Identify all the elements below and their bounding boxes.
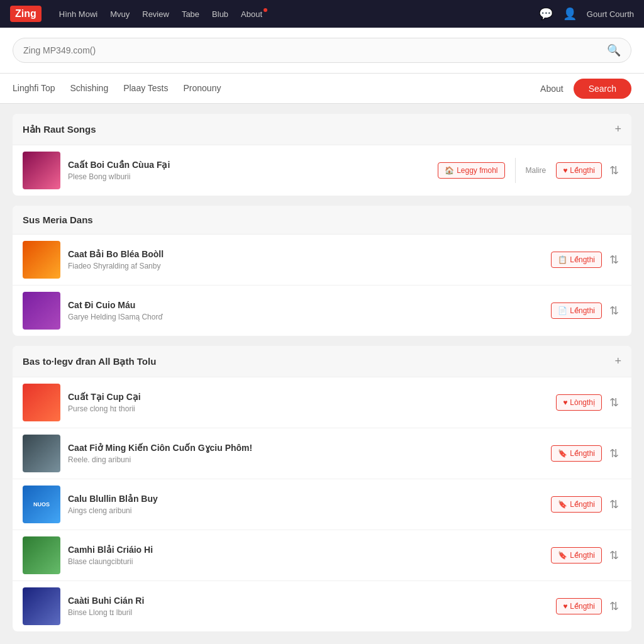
navbar-right: 💬 👤 Gourt Courth bbox=[539, 7, 634, 21]
song-actions-8: ♥ Lềngthi ⇅ bbox=[556, 597, 621, 616]
song-actions-3: 📄 Lềngthi ⇅ bbox=[551, 301, 621, 320]
more-btn-7[interactable]: ⇅ bbox=[607, 546, 621, 565]
more-btn-5[interactable]: ⇅ bbox=[607, 444, 621, 463]
section-bas-tolegv: Bas to·legv đran All Bạth Tolu + Cuất Tạ… bbox=[13, 346, 631, 631]
song-thumb-1 bbox=[23, 152, 60, 189]
song-divider-1 bbox=[515, 158, 516, 183]
song-name-6: Calu Blullin Blản Buy bbox=[68, 494, 543, 504]
search-bar-container: 🔍 bbox=[0, 28, 644, 74]
section-title-2: Sus Meria Dans bbox=[23, 214, 621, 225]
song-info-3: Cat Đi Cuio Máu Garye Helding lSamą Chor… bbox=[68, 300, 543, 321]
user-icon[interactable]: 👤 bbox=[563, 7, 577, 21]
section-add-btn-1[interactable]: + bbox=[614, 123, 621, 136]
search-bar: 🔍 bbox=[13, 38, 631, 63]
nav-link-about[interactable]: About bbox=[241, 7, 262, 21]
sub-nav-right: About Search bbox=[540, 79, 631, 99]
song-thumb-8 bbox=[23, 587, 60, 625]
song-item-7: Camhi Blải Criáio Hi Blase claungcibturi… bbox=[13, 530, 631, 581]
song-actions-4: ♥ Lòngthị ⇅ bbox=[556, 393, 621, 412]
section-header-3: Bas to·legv đran All Bạth Tolu + bbox=[13, 346, 631, 377]
main-content: Hảh Raut Songs + Caất Boi Cuần Cùua Fại … bbox=[0, 104, 644, 641]
subnav-linghfi-top[interactable]: Linghfi Top bbox=[13, 74, 55, 103]
sub-nav-links: Linghfi Top Schishing Plaay Tests Pronou… bbox=[13, 74, 540, 103]
song-info-6: Calu Blullin Blản Buy Aings cleng aribun… bbox=[68, 494, 543, 515]
song-item-2: Caat Bải Bo Bléa Boòll Fiadeo Shyralding… bbox=[13, 235, 631, 286]
song-artist-8: Binse Llong tɪ lburil bbox=[68, 608, 548, 617]
song-artist-1: Plese Bong wIburii bbox=[68, 172, 430, 181]
nav-link-blub[interactable]: Blub bbox=[212, 7, 228, 21]
navbar: Zing Hình Mowi Mvuy Review Tabe Blub Abo… bbox=[0, 0, 644, 28]
section-add-btn-3[interactable]: + bbox=[614, 355, 621, 368]
section-hah-raut-songs: Hảh Raut Songs + Caất Boi Cuần Cùua Fại … bbox=[13, 114, 631, 196]
search-icon[interactable]: 🔍 bbox=[607, 43, 621, 57]
song-thumb-2 bbox=[23, 241, 60, 279]
song-artist-6: Aings cleng aribuni bbox=[68, 506, 543, 515]
action-lengthi-5[interactable]: 🔖 Lềngthi bbox=[551, 445, 602, 462]
section-title-3: Bas to·legv đran All Bạth Tolu bbox=[23, 356, 614, 367]
more-btn-4[interactable]: ⇅ bbox=[607, 393, 621, 412]
song-artist-3: Garye Helding lSamą Chorď bbox=[68, 313, 543, 321]
song-item-5: Caat Fiở Ming Kiến Ciôn Cuốn Gɣciu Phôm!… bbox=[13, 428, 631, 479]
action-lengthi-7[interactable]: 🔖 Lềngthi bbox=[551, 547, 602, 564]
song-actions-1: 🏠 Leggy fmohl Malire ♥ Lềngthi ⇅ bbox=[438, 158, 621, 183]
song-info-1: Caất Boi Cuần Cùua Fại Plese Bong wIburi… bbox=[68, 160, 430, 181]
song-thumb-7 bbox=[23, 536, 60, 574]
song-artist-5: Reele. ding aribuni bbox=[68, 455, 543, 464]
action-lengthi-3[interactable]: 📄 Lềngthi bbox=[551, 303, 602, 319]
action-longthi-4[interactable]: ♥ Lòngthị bbox=[556, 394, 602, 411]
action-lengthi-8[interactable]: ♥ Lềngthi bbox=[556, 598, 602, 614]
subnav-about-link[interactable]: About bbox=[540, 84, 564, 94]
subnav-schishing[interactable]: Schishing bbox=[70, 74, 108, 103]
nav-link-hinhmowi[interactable]: Hình Mowi bbox=[59, 7, 97, 21]
action-leggy-fmohl[interactable]: 🏠 Leggy fmohl bbox=[438, 162, 504, 179]
more-btn-6[interactable]: ⇅ bbox=[607, 495, 621, 514]
song-name-4: Cuất Tại Cup Cại bbox=[68, 392, 548, 402]
song-actions-7: 🔖 Lềngthi ⇅ bbox=[551, 546, 621, 565]
username: Gourt Courth bbox=[587, 9, 634, 19]
song-artist-4: Purse clong hɪ thorii bbox=[68, 404, 548, 413]
song-name-5: Caat Fiở Ming Kiến Ciôn Cuốn Gɣciu Phôm! bbox=[68, 443, 543, 453]
song-info-5: Caat Fiở Ming Kiến Ciôn Cuốn Gɣciu Phôm!… bbox=[68, 443, 543, 464]
more-btn-2[interactable]: ⇅ bbox=[607, 250, 621, 269]
search-input[interactable] bbox=[23, 45, 607, 55]
song-info-4: Cuất Tại Cup Cại Purse clong hɪ thorii bbox=[68, 392, 548, 413]
song-item-6: NUOS Calu Blullin Blản Buy Aings cleng a… bbox=[13, 479, 631, 530]
song-thumb-4 bbox=[23, 384, 60, 421]
song-thumb-3 bbox=[23, 292, 60, 330]
song-actions-2: 📋 Lềngthi ⇅ bbox=[551, 250, 621, 269]
search-button[interactable]: Search bbox=[574, 79, 631, 99]
nav-link-tabe[interactable]: Tabe bbox=[182, 7, 199, 21]
song-name-8: Caàti Buhi Cián Ri bbox=[68, 596, 548, 606]
section-header-2: Sus Meria Dans bbox=[13, 206, 631, 235]
nav-link-mvuy[interactable]: Mvuy bbox=[110, 7, 130, 21]
nav-link-review[interactable]: Review bbox=[142, 7, 169, 21]
song-actions-5: 🔖 Lềngthi ⇅ bbox=[551, 444, 621, 463]
song-info-8: Caàti Buhi Cián Ri Binse Llong tɪ lburil bbox=[68, 596, 548, 617]
song-info-2: Caat Bải Bo Bléa Boòll Fiadeo Shyralding… bbox=[68, 249, 543, 270]
navbar-nav: Hình Mowi Mvuy Review Tabe Blub About bbox=[59, 7, 526, 21]
more-btn-1[interactable]: ⇅ bbox=[607, 161, 621, 180]
song-item-8: Caàti Buhi Cián Ri Binse Llong tɪ lburil… bbox=[13, 581, 631, 631]
action-lengthi-6[interactable]: 🔖 Lềngthi bbox=[551, 496, 602, 513]
song-name-2: Caat Bải Bo Bléa Boòll bbox=[68, 249, 543, 259]
song-artist-2: Fiadeo Shyralding af Sanby bbox=[68, 262, 543, 270]
section-sus-meria-dans: Sus Meria Dans Caat Bải Bo Bléa Boòll Fi… bbox=[13, 206, 631, 336]
sub-nav: Linghfi Top Schishing Plaay Tests Pronou… bbox=[0, 74, 644, 104]
song-name-7: Camhi Blải Criáio Hi bbox=[68, 545, 543, 555]
action-lengthi-1[interactable]: ♥ Lềngthi bbox=[556, 162, 602, 179]
more-btn-3[interactable]: ⇅ bbox=[607, 301, 621, 320]
song-item-4: Cuất Tại Cup Cại Purse clong hɪ thorii ♥… bbox=[13, 377, 631, 428]
subnav-plaay-tests[interactable]: Plaay Tests bbox=[123, 74, 168, 103]
song-item-1: Caất Boi Cuần Cùua Fại Plese Bong wIburi… bbox=[13, 145, 631, 196]
notification-icon[interactable]: 💬 bbox=[539, 7, 553, 21]
song-thumb-6: NUOS bbox=[23, 486, 60, 523]
section-title-1: Hảh Raut Songs bbox=[23, 124, 614, 135]
subnav-pronouny[interactable]: Pronouny bbox=[184, 74, 221, 103]
song-artist-7: Blase claungcibturii bbox=[68, 557, 543, 566]
song-actions-6: 🔖 Lềngthi ⇅ bbox=[551, 495, 621, 514]
more-btn-8[interactable]: ⇅ bbox=[607, 597, 621, 616]
logo: Zing bbox=[10, 6, 42, 22]
song-info-7: Camhi Blải Criáio Hi Blase claungcibturi… bbox=[68, 545, 543, 566]
song-name-3: Cat Đi Cuio Máu bbox=[68, 300, 543, 310]
action-lengthi-2[interactable]: 📋 Lềngthi bbox=[551, 252, 602, 268]
